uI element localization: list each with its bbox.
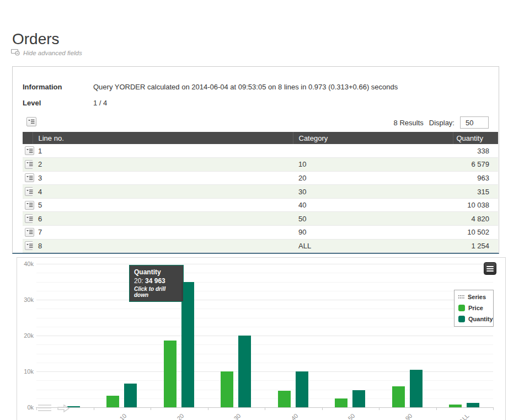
table-row[interactable]: 1 338 bbox=[23, 144, 498, 158]
results-count: 8 Results bbox=[394, 119, 424, 127]
table-row[interactable]: 6 50 4 820 bbox=[23, 212, 498, 226]
cell-line-no: 6 bbox=[33, 212, 293, 226]
table-row[interactable]: 8 ALL 1 254 bbox=[23, 239, 498, 253]
information-value: Query YORDER calculated on 2014-06-04 at… bbox=[93, 83, 398, 91]
minor-gridline bbox=[36, 318, 493, 318]
dropdown-list-icon bbox=[26, 243, 33, 248]
bar-price-30[interactable] bbox=[221, 371, 233, 407]
minor-gridline bbox=[36, 398, 493, 399]
x-axis-label: 30 bbox=[220, 412, 242, 420]
major-gridline bbox=[36, 300, 493, 300]
bar-price-40[interactable] bbox=[278, 391, 291, 407]
x-axis-label: 20 bbox=[163, 412, 185, 420]
major-gridline bbox=[36, 371, 493, 372]
information-row: InformationQuery YORDER calculated on 20… bbox=[23, 83, 398, 91]
hide-advanced-fields-label: Hide advanced fields bbox=[23, 50, 82, 56]
bar-price-50[interactable] bbox=[335, 398, 347, 407]
cell-category: ALL bbox=[293, 239, 453, 253]
major-gridline bbox=[36, 264, 493, 264]
legend-title-row[interactable]: Series bbox=[458, 294, 490, 300]
header-line-no[interactable]: Line no. bbox=[33, 132, 293, 144]
table-row[interactable]: 2 10 6 579 bbox=[23, 158, 498, 172]
x-axis-label: 90 bbox=[392, 412, 414, 420]
plot-area: 0k10k20k30k40k102030405090ALL bbox=[17, 258, 505, 420]
cell-quantity: 10 038 bbox=[453, 198, 498, 212]
dropdown-list-icon bbox=[26, 216, 33, 221]
display-label: Display: bbox=[429, 119, 454, 127]
bar-price-ALL[interactable] bbox=[449, 405, 462, 407]
x-axis-tick bbox=[151, 408, 151, 410]
minor-gridline bbox=[36, 380, 493, 381]
cell-quantity: 338 bbox=[453, 144, 498, 158]
cell-category: 20 bbox=[293, 171, 453, 185]
price-swatch-icon bbox=[458, 305, 465, 311]
hide-fields-icon bbox=[11, 48, 20, 58]
x-axis-tick bbox=[36, 408, 37, 410]
dropdown-list-icon bbox=[26, 148, 33, 153]
minor-gridline bbox=[36, 390, 493, 390]
hamburger-watermark-icon bbox=[38, 403, 52, 413]
bar-quantity-90[interactable] bbox=[410, 370, 423, 407]
dropdown-list-icon bbox=[26, 162, 33, 167]
table-menu-button[interactable] bbox=[26, 117, 36, 126]
x-axis-tick bbox=[94, 408, 94, 410]
cell-quantity: 315 bbox=[453, 185, 498, 199]
table-toolbar: 8 Results Display: bbox=[23, 116, 489, 130]
chart-tooltip: Quantity 20: 34 963 Click to drill down bbox=[129, 265, 184, 302]
minor-gridline bbox=[36, 291, 493, 291]
bar-quantity-50[interactable] bbox=[352, 390, 365, 407]
bar-quantity-ALL[interactable] bbox=[467, 403, 479, 407]
bar-price-10[interactable] bbox=[106, 396, 119, 407]
legend-drag-grip-icon bbox=[458, 295, 465, 299]
cell-category: 90 bbox=[293, 226, 453, 240]
cell-line-no: 1 bbox=[33, 144, 293, 158]
cell-line-no: 3 bbox=[33, 171, 293, 185]
dropdown-list-icon bbox=[26, 176, 33, 180]
chart-legend: Series PriceQuantity bbox=[454, 290, 494, 327]
x-axis-tick bbox=[436, 408, 437, 410]
minor-gridline bbox=[36, 354, 493, 354]
cell-quantity: 10 502 bbox=[453, 226, 498, 240]
header-category[interactable]: Category bbox=[293, 132, 453, 144]
bar-quantity-30[interactable] bbox=[238, 336, 251, 407]
table-row[interactable]: 7 90 10 502 bbox=[23, 226, 498, 240]
bar-quantity-40[interactable] bbox=[296, 371, 308, 407]
table-row[interactable]: 4 30 315 bbox=[23, 185, 498, 199]
tooltip-hint: Click to drill down bbox=[134, 286, 179, 298]
orders-page: Orders Hide advanced fields InformationQ… bbox=[0, 0, 508, 420]
tooltip-point-label: 20: bbox=[134, 277, 143, 285]
bar-price-90[interactable] bbox=[392, 386, 405, 407]
y-axis-label: 30k bbox=[17, 296, 34, 303]
cell-quantity: 6 579 bbox=[453, 158, 498, 172]
header-icon-column bbox=[23, 132, 33, 144]
table-row[interactable]: 5 40 10 038 bbox=[23, 198, 498, 212]
cell-category bbox=[293, 144, 453, 158]
table-header-row: Line no. Category Quantity bbox=[23, 132, 498, 144]
tooltip-series: Quantity bbox=[134, 268, 179, 276]
cell-category: 40 bbox=[293, 198, 453, 212]
x-axis-label: 50 bbox=[334, 412, 356, 420]
bar-quantity-10[interactable] bbox=[124, 384, 137, 407]
y-axis-label: 10k bbox=[17, 368, 34, 375]
minor-gridline bbox=[36, 344, 493, 345]
cell-line-no: 2 bbox=[33, 158, 293, 172]
cell-category: 30 bbox=[293, 185, 453, 199]
minor-gridline bbox=[36, 363, 493, 363]
results-panel: InformationQuery YORDER calculated on 20… bbox=[12, 66, 499, 254]
cell-line-no: 8 bbox=[33, 239, 293, 253]
legend-item-price[interactable]: Price bbox=[458, 305, 490, 311]
hide-advanced-fields-link[interactable]: Hide advanced fields bbox=[11, 48, 82, 58]
header-quantity[interactable]: Quantity bbox=[453, 132, 498, 144]
bar-price-20[interactable] bbox=[164, 341, 177, 407]
minor-gridline bbox=[36, 273, 493, 273]
results-table: Line no. Category Quantity 1 338 bbox=[23, 132, 498, 253]
legend-item-quantity[interactable]: Quantity bbox=[458, 316, 490, 322]
minor-gridline bbox=[36, 327, 493, 327]
cell-category: 10 bbox=[293, 158, 453, 172]
chart-panel: 0k10k20k30k40k102030405090ALL Quantity 2… bbox=[17, 257, 506, 420]
table-row[interactable]: 3 20 963 bbox=[23, 171, 498, 185]
level-value: 1 / 4 bbox=[93, 99, 107, 107]
minor-gridline bbox=[36, 282, 493, 283]
display-count-input[interactable] bbox=[460, 116, 489, 129]
chart-menu-button[interactable] bbox=[484, 262, 496, 275]
